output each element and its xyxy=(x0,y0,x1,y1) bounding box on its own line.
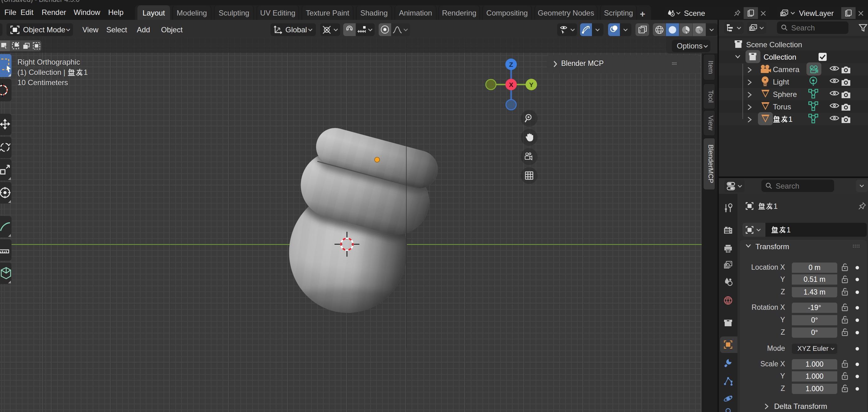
svg-text:Z: Z xyxy=(509,61,513,68)
svg-text:X: X xyxy=(509,81,513,88)
svg-text:Y: Y xyxy=(529,81,533,88)
